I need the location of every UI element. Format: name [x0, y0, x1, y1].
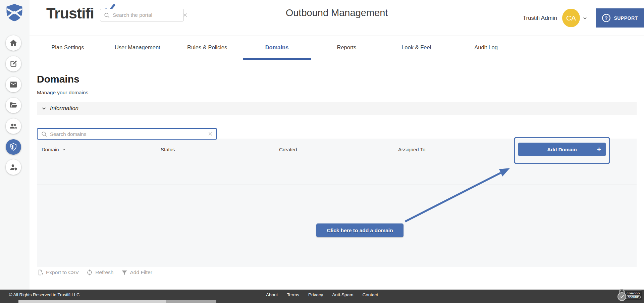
footer-bar: © All Rights Reserved to Trustifi LLC Ab…: [0, 290, 644, 300]
sidebar-item-admin[interactable]: [6, 159, 21, 175]
footer-links: About Terms Privacy Anti-Spam Contact: [0, 292, 644, 297]
compose-icon: [9, 59, 18, 68]
add-domain-button[interactable]: Add Domain +: [518, 143, 606, 156]
comodo-secure-badge: COMODO SECURE: [617, 287, 643, 303]
scrollbar-track-segment: [166, 300, 216, 303]
support-button[interactable]: ? SUPPORT: [596, 8, 644, 28]
scrollbar-thumb[interactable]: [18, 300, 166, 303]
footer-link-terms[interactable]: Terms: [287, 292, 299, 297]
user-shield-icon: [9, 163, 18, 171]
clear-search-icon[interactable]: [208, 131, 213, 137]
column-header-status: Status: [161, 147, 175, 152]
tab-plan-settings[interactable]: Plan Settings: [33, 36, 103, 59]
refresh-button[interactable]: Refresh: [86, 269, 113, 276]
plus-icon: +: [597, 145, 601, 153]
tab-audit-log[interactable]: Audit Log: [451, 36, 521, 59]
sidebar-item-mail[interactable]: [6, 77, 21, 92]
mail-icon: [9, 80, 18, 89]
column-header-assigned-to: Assigned To: [398, 147, 425, 152]
avatar-initials: CA: [566, 14, 576, 22]
page-subtitle: Manage your domains: [37, 90, 88, 96]
sort-chevron-icon: [62, 147, 66, 152]
sidebar-item-home[interactable]: [6, 35, 21, 51]
chevron-down-icon[interactable]: [582, 15, 588, 21]
add-domain-tooltip: Click here to add a domain: [316, 223, 404, 237]
footer-link-about[interactable]: About: [266, 292, 278, 297]
information-expander[interactable]: Information: [37, 102, 637, 115]
annotation-arrow: [399, 164, 515, 224]
column-header-domain[interactable]: Domain: [42, 147, 66, 152]
avatar[interactable]: CA: [562, 9, 580, 27]
tab-rules-policies[interactable]: Rules & Policies: [172, 36, 242, 59]
folder-open-icon: [9, 101, 18, 110]
add-domain-label: Add Domain: [547, 147, 577, 152]
add-filter-button[interactable]: Add Filter: [121, 269, 152, 276]
domains-search-input[interactable]: [50, 131, 205, 137]
user-name: Trustifi Admin: [523, 15, 557, 21]
export-csv-button[interactable]: Export to CSV: [37, 269, 79, 276]
tab-domains[interactable]: Domains: [242, 36, 312, 59]
column-header-created: Created: [279, 147, 297, 152]
filter-icon: [121, 269, 128, 276]
people-icon: [9, 122, 18, 131]
home-icon: [9, 39, 18, 47]
trustifi-portal: Trustifi Outbound Management Trustifi Ad…: [0, 0, 644, 303]
domains-search: [37, 128, 217, 140]
trustifi-shield-logo-icon: [4, 2, 24, 22]
tab-bar: Plan Settings User Management Rules & Po…: [33, 36, 521, 59]
svg-text:?: ?: [605, 15, 608, 21]
table-actions: Export to CSV Refresh Add Filter: [37, 269, 152, 276]
question-icon: ?: [602, 13, 611, 22]
top-header: Trustifi Outbound Management Trustifi Ad…: [30, 0, 644, 36]
chevron-down-icon: [41, 106, 47, 111]
footer-link-contact[interactable]: Contact: [362, 292, 378, 297]
sidebar: [0, 0, 30, 290]
shield-icon: [9, 143, 18, 151]
footer-link-privacy[interactable]: Privacy: [308, 292, 323, 297]
page-title: Domains: [37, 73, 79, 85]
information-label: Information: [50, 105, 78, 112]
tab-look-feel[interactable]: Look & Feel: [381, 36, 451, 59]
support-label: SUPPORT: [614, 15, 638, 21]
sidebar-item-contacts[interactable]: [6, 118, 21, 134]
refresh-icon: [86, 269, 93, 276]
sidebar-item-folders[interactable]: [6, 98, 21, 113]
sidebar-item-compose[interactable]: [6, 56, 21, 71]
sidebar-item-security[interactable]: [6, 139, 21, 155]
export-icon: [37, 269, 44, 276]
horizontal-scrollbar[interactable]: [0, 300, 644, 303]
padlock-icon: [617, 289, 627, 301]
search-icon: [41, 131, 47, 137]
comodo-plate: COMODO SECURE: [624, 291, 642, 300]
table-row-divider: [37, 185, 637, 185]
user-area: Trustifi Admin CA ? SUPPORT: [523, 0, 644, 36]
footer-link-antispam[interactable]: Anti-Spam: [332, 292, 353, 297]
tab-user-management[interactable]: User Management: [103, 36, 172, 59]
tab-reports[interactable]: Reports: [312, 36, 381, 59]
